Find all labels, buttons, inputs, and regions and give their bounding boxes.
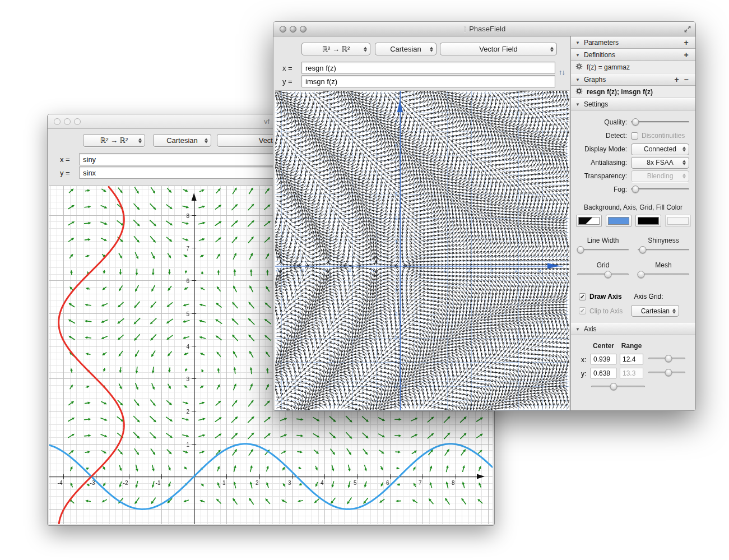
inspector-sidebar: ▼ Parameters + ▼ Definitions + f(z) = ga… (570, 36, 695, 410)
fullscreen-icon[interactable] (684, 25, 691, 35)
disclosure-triangle-icon[interactable]: ▼ (575, 327, 580, 332)
shinyness-label: Shinyness (638, 237, 689, 244)
fill-color-well (665, 215, 691, 227)
domain-select-value: ℝ² → ℝ² (322, 45, 350, 53)
axis-color-well[interactable] (606, 215, 632, 227)
stepper-arrows-icon (672, 308, 676, 313)
stepper-arrows-icon (682, 160, 686, 165)
x-field-label: x = (60, 155, 70, 164)
section-label: Settings (584, 100, 608, 108)
add-graph-button[interactable]: + (672, 75, 681, 84)
zoom-slider[interactable] (591, 383, 645, 391)
axis-y-label: y: (581, 370, 586, 378)
window-title: vf (264, 117, 270, 126)
add-parameter-button[interactable]: + (681, 38, 691, 47)
grid-slider[interactable] (577, 271, 629, 279)
window-title: ⟩⟩PhaseField (273, 25, 695, 33)
disclosure-triangle-icon[interactable]: ▼ (575, 40, 580, 45)
discontinuities-checkbox[interactable] (631, 132, 638, 140)
detect-label: Detect: (571, 132, 631, 140)
axis-grid-value: Cartesian (641, 307, 670, 315)
stepper-arrows-icon (138, 138, 142, 143)
section-axis[interactable]: ▼ Axis (571, 323, 695, 335)
swap-xy-icon[interactable]: ↑↓ (559, 68, 565, 76)
section-label: Parameters (584, 39, 619, 47)
antialiasing-select[interactable]: 8x FSAA (631, 157, 689, 169)
graph-text: resgn f(z); imsgn f(z) (587, 88, 653, 96)
axis-x-label: x: (581, 356, 586, 364)
display-mode-select[interactable]: Connected (631, 144, 689, 155)
mesh-slider[interactable] (638, 271, 689, 279)
y-expression-input[interactable] (301, 75, 555, 87)
section-definitions[interactable]: ▼ Definitions + (571, 49, 695, 61)
color-wells-label: Background, Axis, Grid, Fill Color (571, 203, 695, 211)
section-parameters[interactable]: ▼ Parameters + (571, 36, 695, 49)
section-label: Graphs (584, 76, 606, 84)
disclosure-triangle-icon[interactable]: ▼ (575, 102, 580, 107)
plot-type-select-value: Vector Field (479, 45, 518, 53)
stepper-arrows-icon (550, 47, 554, 52)
graph-item[interactable]: resgn f(z); imsgn f(z) (571, 86, 695, 98)
section-settings[interactable]: ▼ Settings (571, 98, 695, 110)
line-width-label: Line Width (577, 237, 629, 244)
remove-graph-button[interactable]: − (681, 75, 691, 84)
coordinates-select[interactable]: Cartesian (153, 134, 211, 147)
y-field-label: y = (60, 169, 70, 177)
coordinates-select-value: Cartesian (166, 136, 198, 145)
y-center-field[interactable]: 0.638 (591, 368, 616, 378)
stepper-arrows-icon (682, 147, 686, 152)
coordinates-select[interactable]: Cartesian (375, 43, 437, 55)
clip-to-axis-label: Clip to Axis (589, 307, 623, 315)
fog-label: Fog: (571, 186, 631, 193)
y-field-label: y = (282, 77, 292, 86)
x-range-slider[interactable] (648, 355, 685, 363)
zoom-button[interactable] (74, 118, 81, 125)
domain-select[interactable]: ℝ² → ℝ² (301, 43, 370, 55)
definition-item[interactable]: f(z) = gammaz (571, 61, 695, 73)
draw-axis-label: Draw Axis (589, 293, 622, 300)
titlebar[interactable]: ⟩⟩PhaseField (273, 22, 695, 36)
display-mode-label: Display Mode: (571, 145, 631, 153)
x-expression-input[interactable] (301, 62, 555, 74)
close-button[interactable] (54, 118, 61, 125)
gear-icon[interactable] (575, 63, 583, 72)
stepper-arrows-icon (430, 47, 433, 52)
section-label: Definitions (584, 51, 615, 59)
grid-label: Grid (577, 261, 629, 269)
mesh-label: Mesh (638, 261, 689, 269)
line-width-slider[interactable] (577, 246, 629, 254)
shinyness-slider[interactable] (638, 246, 689, 254)
x-range-field[interactable]: 12.4 (620, 354, 643, 364)
axis-grid-select[interactable]: Cartesian (631, 305, 679, 317)
gamma-phase-field-plot[interactable] (275, 90, 569, 410)
range-column-label: Range (620, 342, 643, 350)
section-graphs[interactable]: ▼ Graphs + − (571, 73, 695, 86)
quality-slider[interactable] (631, 118, 689, 126)
fog-slider[interactable] (631, 186, 689, 193)
disclosure-triangle-icon[interactable]: ▼ (575, 77, 580, 82)
center-column-label: Center (591, 342, 616, 350)
grid-color-well[interactable] (635, 215, 661, 227)
domain-select[interactable]: ℝ² → ℝ² (83, 134, 145, 147)
axis-grid-label: Axis Grid: (634, 293, 663, 300)
antialiasing-label: Antialiasing: (571, 159, 631, 166)
gear-icon[interactable] (575, 87, 583, 96)
plot-type-select[interactable]: Vector Field (440, 43, 557, 55)
background-color-well[interactable] (576, 215, 602, 227)
add-definition-button[interactable]: + (681, 50, 691, 59)
antialiasing-value: 8x FSAA (647, 159, 673, 166)
domain-select-value: ℝ² → ℝ² (100, 136, 128, 145)
minimize-button[interactable] (64, 118, 71, 125)
draw-axis-checkbox[interactable]: ✓ (579, 293, 586, 300)
coordinates-select-value: Cartesian (390, 45, 421, 53)
discontinuities-label: Discontinuities (642, 132, 685, 140)
phasefield-window[interactable]: ⟩⟩PhaseField ℝ² → ℝ² Cartesian Vector Fi… (273, 21, 696, 411)
transparency-label: Transparency: (571, 172, 631, 180)
disclosure-triangle-icon[interactable]: ▼ (575, 53, 580, 58)
app-logo-icon: ⟩⟩ (463, 25, 465, 33)
x-center-field[interactable]: 0.939 (591, 354, 616, 364)
transparency-select: Blending (631, 170, 689, 182)
clip-to-axis-checkbox: ✓ (579, 307, 586, 314)
y-range-slider[interactable] (648, 369, 685, 377)
stepper-arrows-icon (205, 138, 208, 143)
